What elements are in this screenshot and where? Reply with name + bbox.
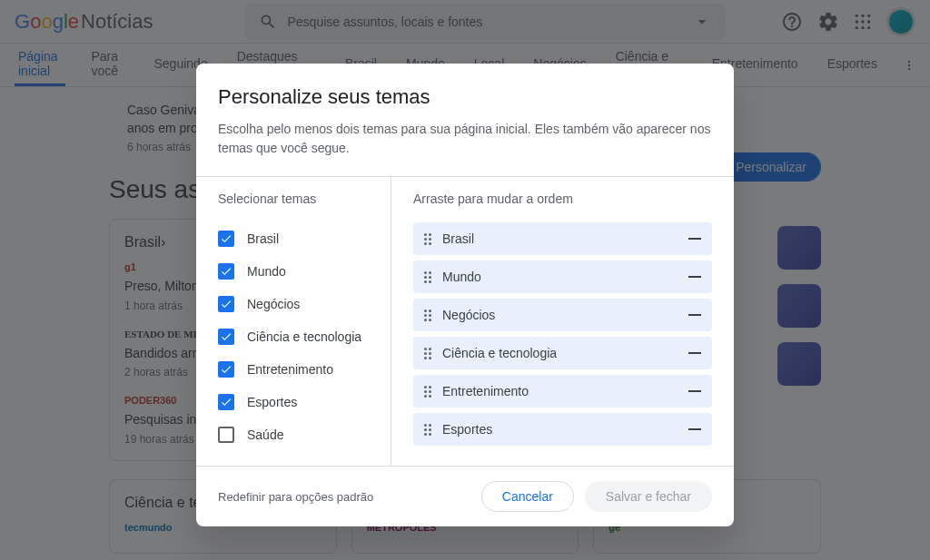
topic-label: Negócios bbox=[247, 297, 300, 311]
reset-link[interactable]: Redefinir para opções padrão bbox=[218, 490, 373, 504]
order-label: Mundo bbox=[442, 270, 678, 284]
drag-handle-icon[interactable] bbox=[424, 233, 431, 245]
select-topics-panel: Selecionar temas BrasilMundoNegóciosCiên… bbox=[196, 177, 391, 466]
order-item[interactable]: Ciência e tecnologia bbox=[413, 337, 712, 369]
order-item[interactable]: Brasil bbox=[413, 222, 712, 255]
order-label: Entretenimento bbox=[442, 384, 678, 398]
order-label: Negócios bbox=[442, 308, 678, 322]
remove-icon[interactable] bbox=[688, 314, 701, 316]
order-item[interactable]: Mundo bbox=[413, 260, 712, 293]
topic-checkbox-item[interactable]: Brasil bbox=[218, 222, 369, 255]
order-item[interactable]: Negócios bbox=[413, 299, 712, 331]
topic-checkbox-item[interactable]: Mundo bbox=[218, 255, 369, 288]
drag-handle-icon[interactable] bbox=[424, 424, 431, 436]
customize-modal: Personalize seus temas Escolha pelo meno… bbox=[196, 64, 734, 526]
topic-checkbox-item[interactable]: Negócios bbox=[218, 288, 369, 320]
modal-title: Personalize seus temas bbox=[218, 85, 712, 109]
remove-icon[interactable] bbox=[688, 428, 701, 430]
save-button[interactable]: Salvar e fechar bbox=[585, 481, 712, 512]
topic-checkbox-item[interactable]: Entretenimento bbox=[218, 353, 369, 386]
topic-label: Entretenimento bbox=[247, 362, 333, 377]
topic-checkbox-item[interactable]: Esportes bbox=[218, 386, 369, 418]
order-item[interactable]: Esportes bbox=[413, 413, 712, 446]
order-topics-panel: Arraste para mudar a ordem BrasilMundoNe… bbox=[391, 177, 734, 466]
remove-icon[interactable] bbox=[688, 238, 701, 240]
modal-description: Escolha pelo menos dois temas para sua p… bbox=[218, 120, 712, 158]
topic-checkbox-item[interactable]: Ciência e tecnologia bbox=[218, 320, 369, 353]
drag-handle-icon[interactable] bbox=[424, 348, 431, 359]
drag-handle-icon[interactable] bbox=[424, 309, 431, 321]
cancel-button[interactable]: Cancelar bbox=[481, 481, 574, 512]
drag-handle-icon[interactable] bbox=[424, 386, 431, 398]
checkbox-checked-icon[interactable] bbox=[218, 329, 234, 345]
topic-label: Ciência e tecnologia bbox=[247, 329, 361, 344]
checkbox-checked-icon[interactable] bbox=[218, 394, 234, 410]
checkbox-checked-icon[interactable] bbox=[218, 296, 234, 312]
modal-overlay[interactable]: Personalize seus temas Escolha pelo meno… bbox=[0, 0, 930, 560]
remove-icon[interactable] bbox=[688, 352, 701, 354]
checkbox-checked-icon[interactable] bbox=[218, 263, 234, 280]
checkbox-checked-icon[interactable] bbox=[218, 231, 234, 247]
panel-title: Selecionar temas bbox=[218, 192, 369, 206]
topic-checkbox-item[interactable]: Saúde bbox=[218, 418, 369, 451]
topic-label: Esportes bbox=[247, 395, 297, 409]
remove-icon[interactable] bbox=[688, 276, 701, 278]
panel-title: Arraste para mudar a ordem bbox=[413, 192, 712, 206]
drag-handle-icon[interactable] bbox=[424, 271, 431, 283]
modal-body: Selecionar temas BrasilMundoNegóciosCiên… bbox=[196, 176, 734, 466]
topic-label: Brasil bbox=[247, 231, 279, 246]
order-item[interactable]: Entretenimento bbox=[413, 375, 712, 408]
modal-footer: Redefinir para opções padrão Cancelar Sa… bbox=[196, 466, 734, 526]
remove-icon[interactable] bbox=[688, 390, 701, 392]
checkbox-checked-icon[interactable] bbox=[218, 361, 234, 378]
modal-header: Personalize seus temas Escolha pelo meno… bbox=[196, 64, 734, 176]
topic-label: Mundo bbox=[247, 264, 286, 279]
order-label: Brasil bbox=[442, 231, 678, 246]
order-label: Ciência e tecnologia bbox=[442, 346, 678, 360]
order-label: Esportes bbox=[442, 422, 678, 437]
checkbox-unchecked-icon[interactable] bbox=[218, 427, 234, 443]
topic-label: Saúde bbox=[247, 427, 283, 442]
